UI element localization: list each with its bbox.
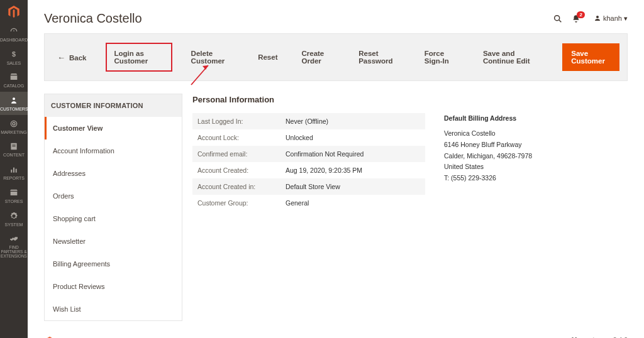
table-row: Customer Group:General xyxy=(192,195,425,211)
page-title: Veronica Costello xyxy=(44,11,553,26)
sidenav-item-system[interactable]: SYSTEM xyxy=(0,207,28,231)
table-row: Last Logged In:Never (Offline) xyxy=(192,113,425,129)
store-icon xyxy=(9,188,19,198)
panel-item-newsletter[interactable]: Newsletter xyxy=(45,230,182,253)
reset-password-button[interactable]: Reset Password xyxy=(353,46,406,68)
sidenav-item-sales[interactable]: $ SALES xyxy=(0,46,28,69)
admin-user-menu[interactable]: khanh ▾ xyxy=(594,14,628,23)
panel-item-customer-view[interactable]: Customer View xyxy=(45,117,182,139)
svg-rect-7 xyxy=(11,170,12,173)
save-customer-button[interactable]: Save Customer xyxy=(562,43,619,71)
panel-item-addresses[interactable]: Addresses xyxy=(45,162,182,185)
admin-sidenav: DASHBOARD $ SALES CATALOG CUSTOMERS MARK… xyxy=(0,0,28,338)
svg-point-2 xyxy=(11,121,16,126)
svg-point-1 xyxy=(13,97,15,100)
create-order-button[interactable]: Create Order xyxy=(296,46,340,68)
reset-button[interactable]: Reset xyxy=(253,50,282,65)
delete-customer-button[interactable]: Delete Customer xyxy=(186,46,240,68)
notifications-icon[interactable]: 2 xyxy=(572,14,584,23)
svg-rect-9 xyxy=(16,169,17,173)
page-footer: Copyright © 2020 Magento Commerce Inc. A… xyxy=(44,321,628,338)
personal-info-table: Last Logged In:Never (Offline) Account L… xyxy=(192,113,425,211)
svg-point-10 xyxy=(555,15,560,20)
sidenav-item-customers[interactable]: CUSTOMERS xyxy=(0,92,28,115)
sidenav-item-content[interactable]: CONTENT xyxy=(0,138,28,161)
notifications-badge: 2 xyxy=(577,11,584,18)
customer-info-panel: CUSTOMER INFORMATION Customer View Accou… xyxy=(44,94,182,321)
panel-item-account-info[interactable]: Account Information xyxy=(45,139,182,162)
svg-rect-5 xyxy=(12,145,15,146)
svg-point-3 xyxy=(13,123,15,125)
section-title: Personal Information xyxy=(192,95,628,104)
table-row: Account Created:Aug 19, 2020, 9:20:35 PM xyxy=(192,162,425,178)
page-header: Veronica Costello 2 khanh ▾ xyxy=(44,0,628,33)
save-continue-button[interactable]: Save and Continue Edit xyxy=(478,46,548,68)
sidenav-item-catalog[interactable]: CATALOG xyxy=(0,68,28,92)
sidenav-item-marketing[interactable]: MARKETING xyxy=(0,115,28,138)
table-row: Confirmed email:Confirmation Not Require… xyxy=(192,146,425,162)
back-button[interactable]: Back xyxy=(52,49,92,66)
force-signin-button[interactable]: Force Sign-In xyxy=(419,46,464,68)
sidenav-item-stores[interactable]: STORES xyxy=(0,184,28,207)
panel-item-shopping-cart[interactable]: Shopping cart xyxy=(45,207,182,230)
sidenav-item-partners[interactable]: FIND PARTNERS & EXTENSIONS xyxy=(0,230,28,261)
svg-rect-8 xyxy=(13,168,14,173)
login-as-customer-button[interactable]: Login as Customer xyxy=(106,43,172,72)
sidenav-item-reports[interactable]: REPORTS xyxy=(0,161,28,184)
gauge-icon xyxy=(9,26,19,36)
table-row: Account Lock:Unlocked xyxy=(192,129,425,146)
handshake-icon xyxy=(9,234,19,244)
target-icon xyxy=(9,119,19,129)
svg-point-11 xyxy=(596,16,599,18)
svg-rect-6 xyxy=(12,146,15,147)
bars-icon xyxy=(9,165,19,175)
svg-text:$: $ xyxy=(12,50,16,58)
table-row: Account Created in:Default Store View xyxy=(192,178,425,195)
box-icon xyxy=(9,72,19,82)
default-billing-address: Default Billing Address Veronica Costell… xyxy=(444,113,532,184)
dollar-icon: $ xyxy=(9,50,19,60)
page-icon xyxy=(9,141,19,151)
sidenav-item-dashboard[interactable]: DASHBOARD xyxy=(0,23,28,46)
user-icon xyxy=(9,95,19,106)
panel-item-orders[interactable]: Orders xyxy=(45,185,182,207)
search-icon[interactable] xyxy=(553,14,563,24)
panel-item-billing-agreements[interactable]: Billing Agreements xyxy=(45,253,182,275)
panel-item-product-reviews[interactable]: Product Reviews xyxy=(45,275,182,298)
magento-logo[interactable] xyxy=(7,0,21,23)
gear-icon xyxy=(9,211,19,221)
panel-item-wishlist[interactable]: Wish List xyxy=(45,298,182,320)
action-toolbar: Back Login as Customer Delete Customer R… xyxy=(44,33,628,81)
panel-heading: CUSTOMER INFORMATION xyxy=(45,94,182,117)
main-content: Veronica Costello 2 khanh ▾ Back Login a… xyxy=(28,0,644,338)
